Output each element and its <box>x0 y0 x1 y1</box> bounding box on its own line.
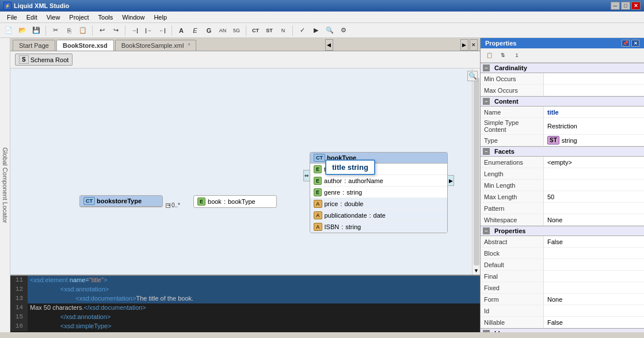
price-label: price <box>325 200 338 207</box>
menu-project[interactable]: Project <box>64 13 93 22</box>
tb-save[interactable]: 💾 <box>30 25 43 36</box>
bookstore-type-node: CT bookstoreType <box>79 195 163 207</box>
genre-type: string <box>346 189 362 196</box>
tb-validate[interactable]: ✓ <box>296 25 308 36</box>
tab-bookstore-xml[interactable]: BookStoreSample.xml * <box>115 40 197 51</box>
props-close-btn[interactable]: ✕ <box>631 40 639 47</box>
section-cardinality[interactable]: − Cardinality <box>481 63 644 73</box>
book-row[interactable]: E book : bookType <box>194 196 276 207</box>
tab-close-all[interactable]: ✕ <box>470 39 478 51</box>
tb-search[interactable]: 🔍 <box>323 25 336 36</box>
props-pin-btn[interactable]: 📌 <box>622 40 630 47</box>
line-content-12: <xsd:annotation> <box>28 285 480 294</box>
tb-an[interactable]: AN <box>216 25 229 36</box>
length-value[interactable] <box>544 168 644 179</box>
tb-redo[interactable]: ↪ <box>109 25 122 36</box>
props-btn-1[interactable]: 📋 <box>483 50 496 61</box>
maximize-button[interactable]: □ <box>621 2 630 10</box>
menu-file[interactable]: File <box>2 13 22 22</box>
default-value[interactable] <box>544 259 644 270</box>
tb-undo[interactable]: ↩ <box>96 25 108 36</box>
props-btn-3[interactable]: 1 <box>510 50 523 61</box>
isbn-type: string <box>345 223 361 230</box>
author-type-row[interactable]: E author : authorName ▶ <box>310 175 447 187</box>
menu-tools[interactable]: Tools <box>94 13 118 22</box>
schema-root-breadcrumb[interactable]: S Schema Root <box>15 54 73 66</box>
id-value[interactable] <box>544 305 644 316</box>
tb-settings[interactable]: ⚙ <box>337 25 350 36</box>
tab-nav-right[interactable]: ▶ <box>460 39 468 51</box>
tb-g[interactable]: G <box>203 25 215 36</box>
final-value[interactable] <box>544 271 644 282</box>
type-prop-value[interactable]: ST string <box>544 135 644 146</box>
tb-n[interactable]: N <box>277 25 289 36</box>
block-value[interactable] <box>544 248 644 259</box>
tb-em[interactable]: E <box>189 25 201 36</box>
max-occurs-value[interactable] <box>544 85 644 96</box>
tb-new[interactable]: 📄 <box>2 25 15 36</box>
tab-start-page[interactable]: Start Page <box>13 40 55 51</box>
vertical-scrollbar[interactable]: ▲ ▼ <box>472 69 480 275</box>
genre-row[interactable]: E genre : string <box>310 187 447 198</box>
abstract-value[interactable]: False <box>544 236 644 247</box>
price-attr-row[interactable]: A price : double <box>310 198 447 210</box>
whitespace-value[interactable]: None <box>544 214 644 225</box>
tb-copy[interactable]: ⎘ <box>63 25 75 36</box>
tb-btn2[interactable]: |→ <box>142 25 155 36</box>
section-content[interactable]: − Content <box>481 96 644 107</box>
min-occurs-value[interactable] <box>544 73 644 84</box>
props-btn-sort[interactable]: ⇅ <box>497 50 509 61</box>
menu-window[interactable]: Window <box>117 13 149 22</box>
zoom-button[interactable]: 🔍 <box>467 71 478 81</box>
scroll-down-btn[interactable]: ▼ <box>472 267 480 275</box>
bookstore-type-header[interactable]: CT bookstoreType <box>80 196 162 207</box>
section-facets[interactable]: − Facets <box>481 146 644 157</box>
name-prop-value[interactable]: title <box>544 107 644 117</box>
name-prop-name: Name <box>481 107 544 117</box>
fixed-value[interactable] <box>544 282 644 293</box>
line-content-16: <xsd:simpleType> <box>28 322 480 331</box>
tb-btn3[interactable]: ←| <box>156 25 169 36</box>
props-title-controls: 📌 ✕ <box>622 40 639 47</box>
properties-content: − Cardinality Min Occurs Max Occurs − Co… <box>481 63 644 332</box>
book-type: bookType <box>228 198 256 205</box>
menu-help[interactable]: Help <box>149 13 172 22</box>
menu-edit[interactable]: Edit <box>22 13 42 22</box>
tab-nav-left[interactable]: ◀ <box>325 39 333 51</box>
tb-open[interactable]: 📂 <box>16 25 29 36</box>
section-properties[interactable]: − Properties <box>481 226 644 236</box>
menu-view[interactable]: View <box>42 13 65 22</box>
tb-cut[interactable]: ✂ <box>49 25 62 36</box>
min-length-value[interactable] <box>544 180 644 191</box>
close-button[interactable]: ✕ <box>631 2 641 10</box>
tb-st[interactable]: ST <box>263 25 276 36</box>
default-name: Default <box>481 259 544 270</box>
pubdate-badge: A <box>314 211 322 219</box>
book-badge: E <box>197 198 205 206</box>
tab-bookstore-xsd[interactable]: BookStore.xsd <box>56 40 114 51</box>
tb-btn1[interactable]: →| <box>128 25 141 36</box>
facets-collapse-icon: − <box>483 148 490 155</box>
isbn-attr-row[interactable]: A ISBN : string <box>310 221 447 233</box>
line-content-11: <xsd:element name="title"> <box>28 276 480 285</box>
section-id[interactable]: − Id <box>481 328 644 332</box>
nillable-value[interactable]: False <box>544 317 644 328</box>
tb-sep6 <box>292 25 293 36</box>
tb-56[interactable]: 5G <box>230 25 243 36</box>
pubdate-attr-row[interactable]: A publicationdate : date <box>310 210 447 221</box>
book-colon: : <box>224 198 226 205</box>
pattern-value[interactable] <box>544 203 644 214</box>
enumerations-value[interactable]: <empty> <box>544 157 644 168</box>
fixed-row: Fixed <box>481 282 644 294</box>
tb-ct[interactable]: CT <box>249 25 262 36</box>
tb-bold[interactable]: A <box>175 25 188 36</box>
simple-type-value[interactable]: Restriction <box>544 118 644 134</box>
minimize-button[interactable]: ─ <box>611 2 620 10</box>
max-length-value[interactable]: 50 <box>544 191 644 202</box>
pubdate-label: publicationdate <box>325 212 367 219</box>
connector-area: ⇒ 0..* <box>166 202 180 208</box>
tb-paste[interactable]: 📋 <box>77 25 89 36</box>
author-expand-icon[interactable]: ▶ <box>447 175 454 186</box>
tb-run[interactable]: ▶ <box>310 25 322 36</box>
form-value[interactable]: None <box>544 294 644 305</box>
